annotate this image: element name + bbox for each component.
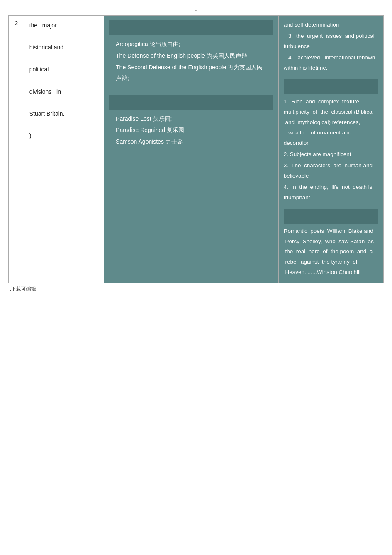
middle-item-1: Areopagitica 论出版自由; (116, 39, 267, 50)
middle-section-bar (109, 95, 273, 110)
bottom-note: .下载可编辑. (8, 283, 384, 293)
right-item-3: 4. achieved international renown within … (284, 53, 378, 73)
main-table: 2 the major historical and political div… (8, 15, 384, 283)
col-middle: Areopagitica 论出版自由; The Defense of the E… (104, 16, 279, 283)
right-item-8: Romantic poets William Blake and Percy S… (284, 226, 378, 278)
right-item-4: 1. Rich and complex texture, multiplicit… (284, 97, 378, 149)
right-item-6: 3. The characters are human and believab… (284, 161, 378, 181)
col-left: the major historical and political divis… (24, 16, 104, 283)
middle-item-4: Paradise Lost 失乐园; (116, 114, 267, 125)
right-section2: 1. Rich and complex texture, multiplicit… (284, 97, 378, 203)
right-section-bar-1 (284, 79, 378, 94)
col-left-text: the major historical and political divis… (29, 20, 99, 142)
middle-item-5: Paradise Regained 复乐园; (116, 125, 267, 136)
row-number: 2 (9, 16, 24, 283)
top-dots: .. (8, 4, 384, 15)
right-section-bar-2 (284, 209, 378, 224)
right-item-7: 4. In the ending, life not death is triu… (284, 182, 378, 203)
right-item-1: and self-determination (284, 20, 378, 30)
right-section1: and self-determination 3. the urgent iss… (284, 20, 378, 73)
middle-item-2: The Defense of the English people 为英国人民声… (116, 51, 267, 61)
col-right: and self-determination 3. the urgent iss… (278, 16, 383, 283)
middle-section1-content: Areopagitica 论出版自由; The Defense of the E… (109, 37, 273, 89)
middle-section2-content: Paradise Lost 失乐园; Paradise Regained 复乐园… (109, 112, 273, 153)
right-item-2: 3. the urgent issues and political turbu… (284, 31, 378, 52)
middle-item-3: The Second Defense of the English people… (116, 62, 267, 84)
middle-item-6: Samson Agonistes 力士参 (116, 137, 267, 147)
middle-top-bar (109, 20, 273, 35)
right-section3: Romantic poets William Blake and Percy S… (284, 226, 378, 278)
right-item-5: 2. Subjects are magnificent (284, 149, 378, 160)
page-container: .. 2 the major historical and political … (0, 0, 392, 555)
